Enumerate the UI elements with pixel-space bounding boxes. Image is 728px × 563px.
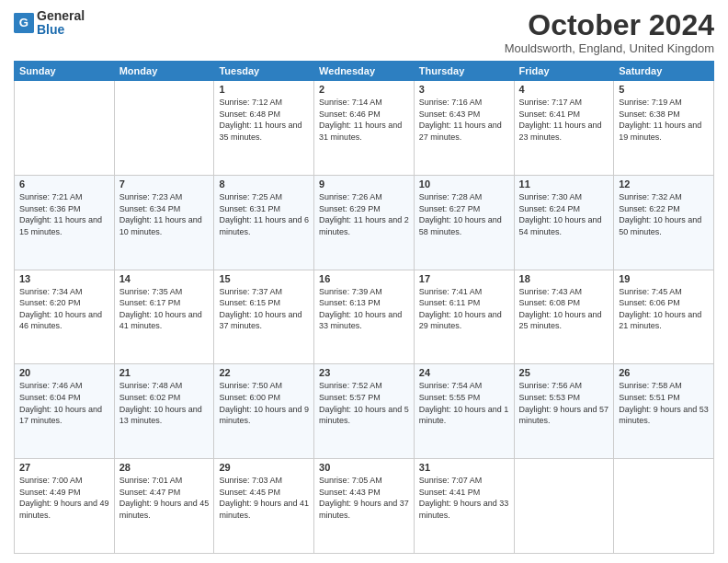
calendar-table: Sunday Monday Tuesday Wednesday Thursday…	[14, 61, 714, 554]
calendar-cell: 24Sunrise: 7:54 AM Sunset: 5:55 PM Dayli…	[414, 364, 514, 459]
logo-blue: Blue	[37, 23, 85, 37]
header-row: Sunday Monday Tuesday Wednesday Thursday…	[15, 62, 714, 81]
calendar-page: G General Blue October 2024 Mouldsworth,…	[0, 0, 728, 563]
day-info: Sunrise: 7:19 AM Sunset: 6:38 PM Dayligh…	[619, 97, 709, 143]
day-number: 28	[119, 462, 210, 473]
day-number: 25	[519, 367, 609, 378]
day-number: 3	[419, 84, 509, 95]
day-number: 14	[119, 273, 210, 284]
header: G General Blue October 2024 Mouldsworth,…	[14, 9, 714, 55]
calendar-cell: 28Sunrise: 7:01 AM Sunset: 4:47 PM Dayli…	[114, 459, 214, 554]
day-number: 22	[219, 367, 309, 378]
calendar-cell: 21Sunrise: 7:48 AM Sunset: 6:02 PM Dayli…	[114, 364, 214, 459]
th-friday: Friday	[514, 62, 614, 81]
day-info: Sunrise: 7:46 AM Sunset: 6:04 PM Dayligh…	[19, 380, 109, 426]
calendar-cell	[15, 81, 115, 176]
day-number: 5	[619, 84, 709, 95]
calendar-cell: 19Sunrise: 7:45 AM Sunset: 6:06 PM Dayli…	[614, 270, 714, 364]
logo-icon: G	[14, 13, 34, 33]
week-row-1: 6Sunrise: 7:21 AM Sunset: 6:36 PM Daylig…	[15, 175, 714, 270]
day-info: Sunrise: 7:45 AM Sunset: 6:06 PM Dayligh…	[619, 286, 709, 332]
day-number: 29	[219, 462, 309, 473]
day-number: 6	[19, 178, 109, 190]
day-info: Sunrise: 7:56 AM Sunset: 5:53 PM Dayligh…	[519, 380, 609, 426]
calendar-cell: 25Sunrise: 7:56 AM Sunset: 5:53 PM Dayli…	[514, 364, 614, 459]
calendar-cell: 1Sunrise: 7:12 AM Sunset: 6:48 PM Daylig…	[214, 81, 314, 176]
day-number: 26	[619, 367, 709, 378]
day-number: 12	[619, 178, 709, 190]
day-number: 21	[119, 367, 210, 378]
day-info: Sunrise: 7:00 AM Sunset: 4:49 PM Dayligh…	[19, 475, 109, 521]
th-thursday: Thursday	[414, 62, 514, 81]
logo-text: General Blue	[37, 9, 85, 38]
calendar-cell: 13Sunrise: 7:34 AM Sunset: 6:20 PM Dayli…	[15, 270, 115, 364]
calendar-cell: 18Sunrise: 7:43 AM Sunset: 6:08 PM Dayli…	[514, 270, 614, 364]
calendar-cell: 6Sunrise: 7:21 AM Sunset: 6:36 PM Daylig…	[15, 175, 115, 270]
location: Mouldsworth, England, United Kingdom	[505, 41, 714, 55]
logo-general: General	[37, 9, 85, 23]
day-number: 15	[219, 273, 309, 284]
calendar-cell: 4Sunrise: 7:17 AM Sunset: 6:41 PM Daylig…	[514, 81, 614, 176]
calendar-cell: 8Sunrise: 7:25 AM Sunset: 6:31 PM Daylig…	[214, 175, 314, 270]
day-number: 27	[19, 462, 109, 473]
day-number: 17	[419, 273, 509, 284]
calendar-cell: 2Sunrise: 7:14 AM Sunset: 6:46 PM Daylig…	[314, 81, 415, 176]
day-number: 31	[419, 462, 509, 473]
day-number: 7	[119, 178, 210, 190]
day-number: 16	[319, 273, 409, 284]
title-block: October 2024 Mouldsworth, England, Unite…	[505, 9, 714, 55]
calendar-cell: 5Sunrise: 7:19 AM Sunset: 6:38 PM Daylig…	[614, 81, 714, 176]
day-info: Sunrise: 7:50 AM Sunset: 6:00 PM Dayligh…	[219, 380, 309, 426]
day-number: 30	[319, 462, 409, 473]
th-tuesday: Tuesday	[214, 62, 314, 81]
logo: G General Blue	[14, 9, 85, 38]
calendar-cell	[114, 81, 214, 176]
th-sunday: Sunday	[15, 62, 115, 81]
calendar-cell: 16Sunrise: 7:39 AM Sunset: 6:13 PM Dayli…	[314, 270, 415, 364]
day-number: 1	[219, 84, 309, 95]
calendar-cell: 3Sunrise: 7:16 AM Sunset: 6:43 PM Daylig…	[414, 81, 514, 176]
day-number: 23	[319, 367, 409, 378]
day-number: 18	[519, 273, 609, 284]
calendar-cell: 17Sunrise: 7:41 AM Sunset: 6:11 PM Dayli…	[414, 270, 514, 364]
calendar-cell: 29Sunrise: 7:03 AM Sunset: 4:45 PM Dayli…	[214, 459, 314, 554]
day-info: Sunrise: 7:26 AM Sunset: 6:29 PM Dayligh…	[319, 191, 409, 237]
calendar-cell: 22Sunrise: 7:50 AM Sunset: 6:00 PM Dayli…	[214, 364, 314, 459]
day-number: 11	[519, 178, 609, 190]
day-info: Sunrise: 7:01 AM Sunset: 4:47 PM Dayligh…	[119, 475, 210, 521]
day-info: Sunrise: 7:25 AM Sunset: 6:31 PM Dayligh…	[219, 191, 309, 237]
day-info: Sunrise: 7:23 AM Sunset: 6:34 PM Dayligh…	[119, 191, 210, 237]
th-saturday: Saturday	[614, 62, 714, 81]
day-info: Sunrise: 7:03 AM Sunset: 4:45 PM Dayligh…	[219, 475, 309, 521]
day-info: Sunrise: 7:07 AM Sunset: 4:41 PM Dayligh…	[419, 475, 509, 521]
calendar-cell: 10Sunrise: 7:28 AM Sunset: 6:27 PM Dayli…	[414, 175, 514, 270]
day-info: Sunrise: 7:58 AM Sunset: 5:51 PM Dayligh…	[619, 380, 709, 426]
day-info: Sunrise: 7:34 AM Sunset: 6:20 PM Dayligh…	[19, 286, 109, 332]
day-info: Sunrise: 7:43 AM Sunset: 6:08 PM Dayligh…	[519, 286, 609, 332]
calendar-cell: 12Sunrise: 7:32 AM Sunset: 6:22 PM Dayli…	[614, 175, 714, 270]
day-info: Sunrise: 7:12 AM Sunset: 6:48 PM Dayligh…	[219, 97, 309, 143]
calendar-cell: 20Sunrise: 7:46 AM Sunset: 6:04 PM Dayli…	[15, 364, 115, 459]
day-info: Sunrise: 7:17 AM Sunset: 6:41 PM Dayligh…	[519, 97, 609, 143]
day-number: 2	[319, 84, 409, 95]
calendar-cell: 9Sunrise: 7:26 AM Sunset: 6:29 PM Daylig…	[314, 175, 415, 270]
day-number: 19	[619, 273, 709, 284]
svg-text:G: G	[19, 16, 28, 29]
calendar-cell: 31Sunrise: 7:07 AM Sunset: 4:41 PM Dayli…	[414, 459, 514, 554]
day-info: Sunrise: 7:14 AM Sunset: 6:46 PM Dayligh…	[319, 97, 409, 143]
th-wednesday: Wednesday	[314, 62, 415, 81]
day-number: 20	[19, 367, 109, 378]
calendar-cell: 15Sunrise: 7:37 AM Sunset: 6:15 PM Dayli…	[214, 270, 314, 364]
day-info: Sunrise: 7:16 AM Sunset: 6:43 PM Dayligh…	[419, 97, 509, 143]
day-info: Sunrise: 7:21 AM Sunset: 6:36 PM Dayligh…	[19, 191, 109, 237]
day-info: Sunrise: 7:54 AM Sunset: 5:55 PM Dayligh…	[419, 380, 509, 426]
day-number: 8	[219, 178, 309, 190]
day-info: Sunrise: 7:05 AM Sunset: 4:43 PM Dayligh…	[319, 475, 409, 521]
week-row-3: 20Sunrise: 7:46 AM Sunset: 6:04 PM Dayli…	[15, 364, 714, 459]
calendar-cell: 11Sunrise: 7:30 AM Sunset: 6:24 PM Dayli…	[514, 175, 614, 270]
day-info: Sunrise: 7:52 AM Sunset: 5:57 PM Dayligh…	[319, 380, 409, 426]
week-row-2: 13Sunrise: 7:34 AM Sunset: 6:20 PM Dayli…	[15, 270, 714, 364]
day-number: 10	[419, 178, 509, 190]
week-row-4: 27Sunrise: 7:00 AM Sunset: 4:49 PM Dayli…	[15, 459, 714, 554]
day-info: Sunrise: 7:39 AM Sunset: 6:13 PM Dayligh…	[319, 286, 409, 332]
